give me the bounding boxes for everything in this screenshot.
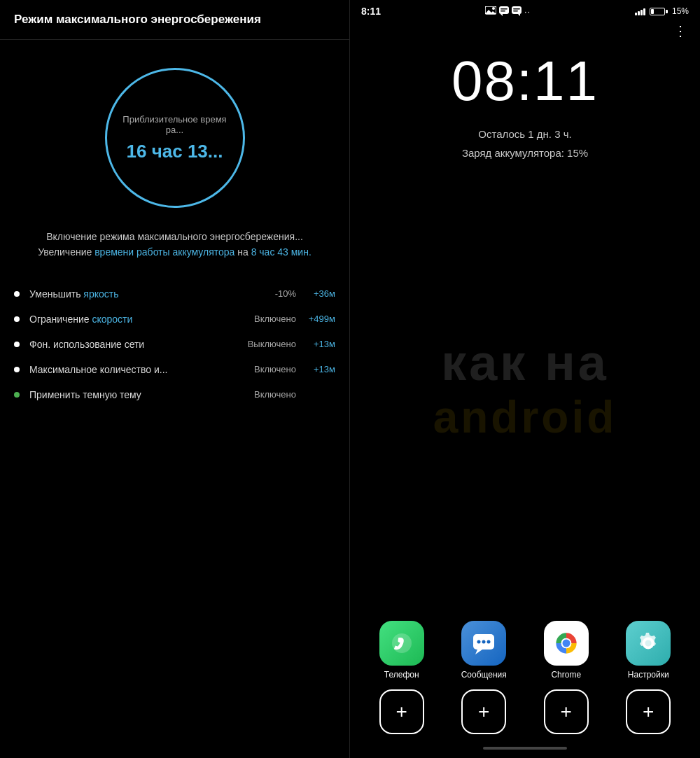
chrome-app-icon: [544, 621, 589, 666]
svg-rect-10: [513, 10, 518, 12]
item-name-speed: Ограничение скорости: [29, 314, 254, 325]
battery-circle: Приблизительное время ра... 16 час 13...: [105, 68, 245, 208]
home-indicator: [350, 741, 700, 758]
messages-app-icon: [461, 621, 506, 666]
left-panel: Режим максимального энергосбережения При…: [0, 0, 350, 758]
signal-bars-icon: [635, 7, 645, 15]
item-name-max: Максимальное количество и...: [29, 364, 254, 375]
item-gain-max: +13м: [307, 364, 335, 374]
app-item-phone[interactable]: Телефон: [364, 621, 440, 680]
bullet-icon: [14, 316, 20, 322]
circle-time: 16 час 13...: [127, 141, 223, 162]
bullet-icon: [14, 367, 20, 372]
battery-charge-level: Заряд аккумулятора: 15%: [350, 143, 700, 162]
bullet-icon: [14, 342, 20, 347]
add-circle-4: +: [626, 689, 671, 734]
add-app-slot-3[interactable]: +: [528, 689, 604, 734]
item-name-brightness: Уменьшить яркость: [29, 288, 275, 300]
bullet-icon: [14, 291, 20, 297]
right-panel: 8:11 ··: [350, 0, 700, 758]
item-status-theme: Включено: [254, 389, 296, 400]
info-line2: Увеличение времени работы аккумулятора н…: [38, 246, 312, 258]
svg-point-16: [487, 640, 491, 644]
info-link: времени работы аккумулятора: [94, 246, 234, 258]
add-app-slot-1[interactable]: +: [364, 689, 440, 734]
watermark-bg: как на android: [350, 162, 700, 614]
more-options-button[interactable]: ⋮: [350, 20, 700, 39]
status-right: 15%: [635, 6, 689, 16]
wm-text-1: как на: [441, 334, 609, 391]
svg-rect-7: [512, 6, 522, 14]
svg-rect-5: [500, 8, 507, 10]
status-dots: ··: [524, 6, 531, 17]
battery-icon: [650, 8, 668, 15]
bubble2-icon: [512, 6, 522, 16]
item-gain-speed: +499м: [307, 314, 335, 324]
settings-app-label: Настройки: [628, 670, 669, 680]
clock-section: 08:11: [350, 39, 700, 116]
item-status-speed: Включено: [254, 314, 296, 324]
circle-section: Приблизительное время ра... 16 час 13...: [0, 40, 349, 229]
left-header: Режим максимального энергосбережения: [0, 0, 349, 40]
item-name-network: Фон. использование сети: [29, 339, 248, 350]
svg-rect-9: [513, 8, 520, 10]
settings-item-speed: Ограничение скорости Включено +499м: [0, 307, 349, 332]
add-app-slot-4[interactable]: +: [611, 689, 687, 734]
phone-app-icon: [379, 621, 424, 666]
svg-marker-4: [500, 14, 503, 16]
image-icon: [485, 6, 496, 16]
app-item-messages[interactable]: Сообщения: [447, 621, 522, 680]
bubble-icon: [499, 6, 509, 16]
home-bar: [483, 747, 567, 750]
settings-list: Уменьшить яркость -10% +36м Ограничение …: [0, 274, 349, 758]
svg-point-2: [492, 7, 495, 10]
bullet-green-icon: [14, 392, 20, 398]
chrome-icon-svg: [551, 628, 582, 659]
settings-item-brightness: Уменьшить яркость -10% +36м: [0, 281, 349, 307]
svg-point-14: [477, 640, 481, 644]
add-circle-3: +: [544, 689, 589, 734]
battery-info: Осталось 1 дн. 3 ч. Заряд аккумулятора: …: [350, 116, 700, 162]
svg-point-15: [482, 640, 486, 644]
add-app-slot-2[interactable]: +: [447, 689, 522, 734]
info-line1: Включение режима максимального энергосбе…: [46, 231, 303, 242]
phone-icon-svg: [389, 631, 414, 656]
settings-item-max: Максимальное количество и... Включено +1…: [0, 357, 349, 382]
svg-point-19: [562, 640, 570, 647]
info-text: Включение режима максимального энергосбе…: [0, 229, 349, 274]
chrome-app-label: Chrome: [551, 670, 581, 680]
add-circle-1: +: [379, 689, 424, 734]
app-item-settings[interactable]: Настройки: [611, 621, 687, 680]
item-gain-brightness: +36м: [307, 288, 335, 299]
messages-icon-svg: [470, 630, 497, 657]
battery-remaining: Осталось 1 дн. 3 ч.: [350, 125, 700, 143]
settings-icon-svg: [635, 630, 662, 657]
status-time: 8:11: [361, 6, 381, 17]
svg-marker-1: [485, 10, 496, 14]
add-app-grid: + + + +: [350, 689, 700, 741]
battery-percent-label: 15%: [672, 6, 689, 16]
status-bar: 8:11 ··: [350, 0, 700, 20]
svg-marker-8: [518, 14, 520, 16]
wm-text-2: android: [433, 391, 617, 443]
svg-rect-3: [499, 6, 509, 14]
item-gain-network: +13м: [307, 339, 335, 349]
item-status-max: Включено: [254, 364, 296, 374]
settings-app-icon: [626, 621, 671, 666]
svg-marker-13: [475, 650, 482, 654]
watermark-area: как на android: [350, 162, 700, 614]
messages-app-label: Сообщения: [461, 670, 507, 680]
item-status-brightness: -10%: [275, 288, 296, 299]
app-item-chrome[interactable]: Chrome: [528, 621, 604, 680]
circle-label: Приблизительное время ра...: [107, 114, 243, 135]
app-grid: Телефон Сообщения: [350, 614, 700, 689]
phone-app-label: Телефон: [384, 670, 419, 680]
info-highlight: 8 час 43 мин.: [251, 246, 312, 258]
svg-rect-6: [500, 10, 505, 12]
settings-item-theme: Применить темную тему Включено: [0, 382, 349, 407]
item-status-network: Выключено: [248, 339, 296, 349]
clock-display: 08:11: [350, 53, 700, 109]
item-name-theme: Применить темную тему: [29, 389, 254, 400]
status-icons: ··: [485, 6, 531, 17]
settings-item-network: Фон. использование сети Выключено +13м: [0, 332, 349, 357]
